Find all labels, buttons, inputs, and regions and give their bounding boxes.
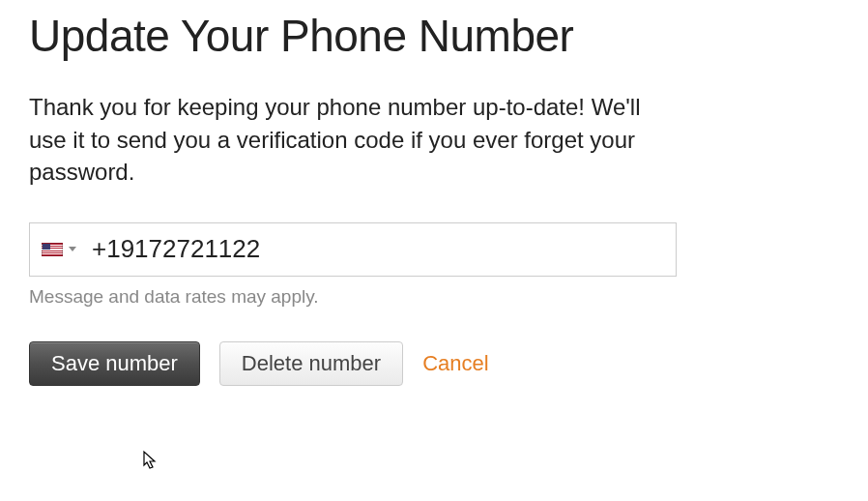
- save-button[interactable]: Save number: [29, 341, 200, 386]
- phone-number-input[interactable]: [84, 234, 664, 264]
- button-row: Save number Delete number Cancel: [29, 341, 839, 386]
- delete-button[interactable]: Delete number: [219, 341, 403, 386]
- description-text: Thank you for keeping your phone number …: [29, 91, 677, 189]
- dropdown-caret-icon: [69, 247, 76, 251]
- flag-us-icon: [42, 243, 63, 256]
- phone-input-container: [29, 222, 677, 277]
- rates-hint: Message and data rates may apply.: [29, 286, 839, 308]
- cancel-link[interactable]: Cancel: [422, 351, 488, 376]
- country-select[interactable]: [42, 243, 84, 256]
- page-title: Update Your Phone Number: [29, 10, 839, 62]
